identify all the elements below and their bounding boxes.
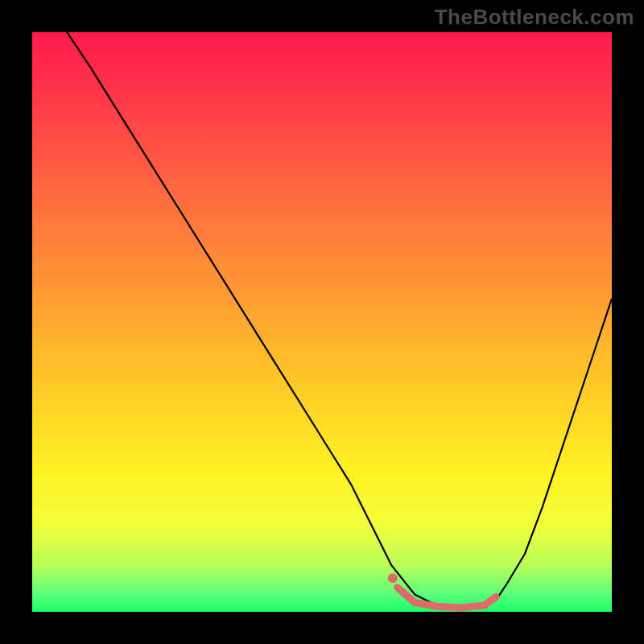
bottleneck-chart	[0, 0, 644, 644]
plot-background	[32, 32, 612, 612]
watermark-text: TheBottleneck.com	[435, 5, 634, 30]
chart-stage: TheBottleneck.com	[0, 0, 644, 644]
optimal-dot	[388, 573, 398, 583]
